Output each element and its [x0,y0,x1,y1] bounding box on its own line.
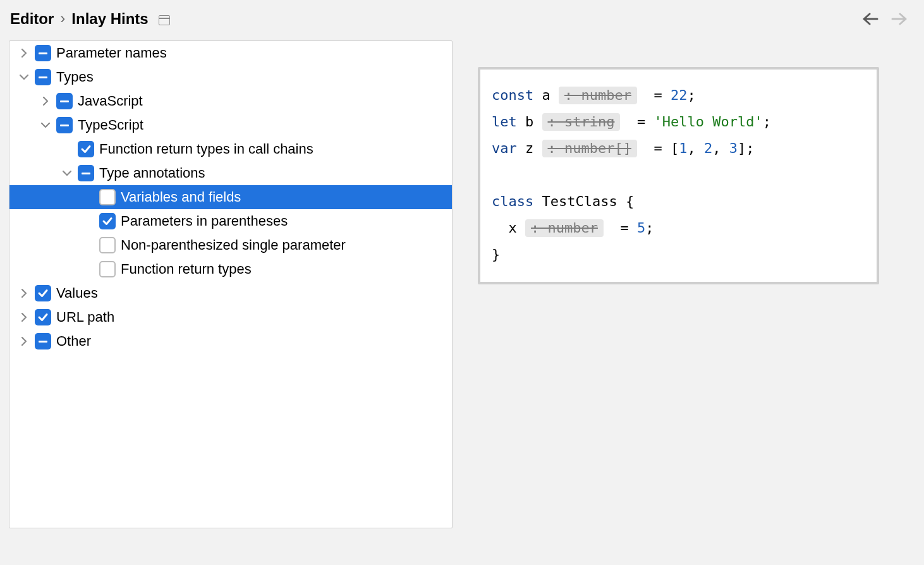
checkbox[interactable] [99,237,116,253]
tree-item-l_types[interactable]: Types [9,65,452,89]
tree-item-l_ts[interactable]: TypeScript [9,113,452,137]
tree-item-l_values[interactable]: Values [9,281,452,305]
breadcrumb-current: Inlay Hints [71,10,148,28]
tree-item-l_fn_chains[interactable]: Function return types in call chains [9,137,452,161]
chevron-none-icon [78,186,99,208]
chevron-down-icon[interactable] [56,162,78,184]
code-keyword: var [492,140,517,156]
inlay-hint: : number [559,87,637,104]
chevron-none-icon [78,258,99,280]
tree-item-label: Non-parenthesized single parameter [121,237,346,253]
forward-arrow-button[interactable] [891,12,908,26]
checkbox[interactable] [99,261,116,277]
checkbox[interactable] [56,117,73,133]
checkbox[interactable] [99,213,116,229]
tree-item-label: Parameter names [56,45,167,61]
code-preview: const a : number = 22; let b : string = … [478,67,879,284]
tree-item-label: Function return types in call chains [99,141,313,157]
tree-item-label: Values [56,285,98,301]
tree-item-label: Parameters in parentheses [121,213,288,229]
tree-item-label: Other [56,333,91,349]
tree-item-label: Types [56,69,94,85]
back-arrow-button[interactable] [862,12,878,26]
chevron-down-icon[interactable] [13,66,35,88]
tree-item-l_vars[interactable]: Variables and fields [9,185,452,209]
checkbox[interactable] [35,285,51,301]
tree-item-label: Function return types [121,261,252,277]
checkbox[interactable] [35,69,51,85]
settings-tree[interactable]: Parameter namesTypesJavaScriptTypeScript… [9,40,453,528]
chevron-right-icon[interactable] [13,307,35,328]
breadcrumb: Editor › Inlay Hints [10,10,914,28]
chevron-none-icon [56,138,78,160]
tree-item-l_js[interactable]: JavaScript [9,89,452,113]
tree-item-l_other[interactable]: Other [9,329,452,353]
checkbox[interactable] [56,93,73,109]
tree-item-l_params_paren[interactable]: Parameters in parentheses [9,209,452,233]
chevron-right-icon[interactable] [13,42,35,64]
tree-item-l_nonparen[interactable]: Non-parenthesized single parameter [9,233,452,257]
checkbox[interactable] [99,189,116,205]
checkbox[interactable] [78,165,94,181]
tree-item-l_url[interactable]: URL path [9,305,452,329]
chevron-right-icon[interactable] [13,331,35,352]
checkbox[interactable] [78,141,94,157]
tree-item-label: TypeScript [78,117,143,133]
breadcrumb-parent[interactable]: Editor [10,10,54,28]
tree-item-label: Type annotations [99,165,205,181]
chevron-none-icon [78,234,99,256]
chevron-right-icon[interactable] [13,282,35,304]
checkbox[interactable] [35,333,51,349]
chevron-none-icon [78,210,99,232]
chevron-right-icon[interactable] [35,90,56,112]
tree-item-l_param[interactable]: Parameter names [9,41,452,65]
tree-item-label: URL path [56,309,114,325]
checkbox[interactable] [35,309,51,325]
inlay-hint: : number[] [542,140,637,157]
tree-item-label: Variables and fields [121,189,241,205]
chevron-down-icon[interactable] [35,114,56,136]
checkbox[interactable] [35,45,51,61]
code-keyword: const [492,87,533,103]
code-keyword: let [492,114,517,130]
code-keyword: class [492,193,533,209]
tree-item-label: JavaScript [78,93,143,109]
inlay-hint: : string [542,113,621,131]
tree-item-l_type_ann[interactable]: Type annotations [9,161,452,185]
inlay-hint: : number [525,219,604,237]
popup-icon[interactable] [159,15,170,25]
breadcrumb-separator: › [60,9,65,27]
tree-item-l_fn_ret[interactable]: Function return types [9,257,452,281]
